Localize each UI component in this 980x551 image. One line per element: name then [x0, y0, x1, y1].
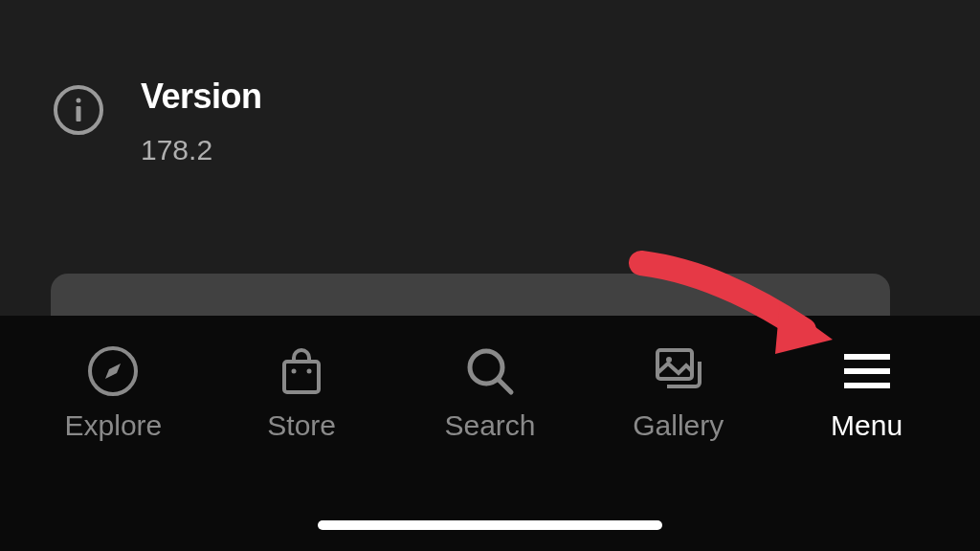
svg-rect-12: [844, 368, 890, 374]
shopping-bag-icon: [275, 344, 328, 398]
info-icon: [53, 84, 104, 136]
svg-line-8: [499, 380, 511, 392]
version-row: Version 178.2: [53, 77, 980, 166]
nav-label: Menu: [831, 409, 902, 442]
nav-store[interactable]: Store: [215, 344, 388, 442]
version-info: Version 178.2: [141, 77, 262, 166]
svg-rect-11: [844, 354, 890, 360]
svg-point-10: [666, 357, 672, 363]
nav-label: Search: [444, 409, 535, 442]
nav-menu[interactable]: Menu: [781, 344, 953, 442]
svg-point-1: [77, 99, 81, 103]
content-area: Version 178.2: [0, 0, 980, 316]
nav-label: Store: [267, 409, 336, 442]
bottom-nav: Explore Store Search: [0, 316, 980, 551]
svg-rect-13: [844, 383, 890, 388]
svg-rect-2: [77, 106, 81, 121]
nav-label: Explore: [65, 409, 163, 442]
nav-explore[interactable]: Explore: [27, 344, 199, 442]
svg-point-5: [292, 369, 297, 374]
compass-icon: [86, 344, 140, 398]
content-panel-top: [51, 274, 890, 316]
version-number: 178.2: [141, 134, 262, 166]
hamburger-icon: [840, 344, 894, 398]
svg-point-6: [307, 369, 312, 374]
home-indicator[interactable]: [318, 520, 662, 530]
search-icon: [463, 344, 517, 398]
nav-search[interactable]: Search: [404, 344, 576, 442]
nav-gallery[interactable]: Gallery: [592, 344, 765, 442]
svg-rect-4: [284, 362, 319, 392]
nav-label: Gallery: [633, 409, 724, 442]
version-label: Version: [141, 77, 262, 117]
gallery-icon: [652, 344, 705, 398]
